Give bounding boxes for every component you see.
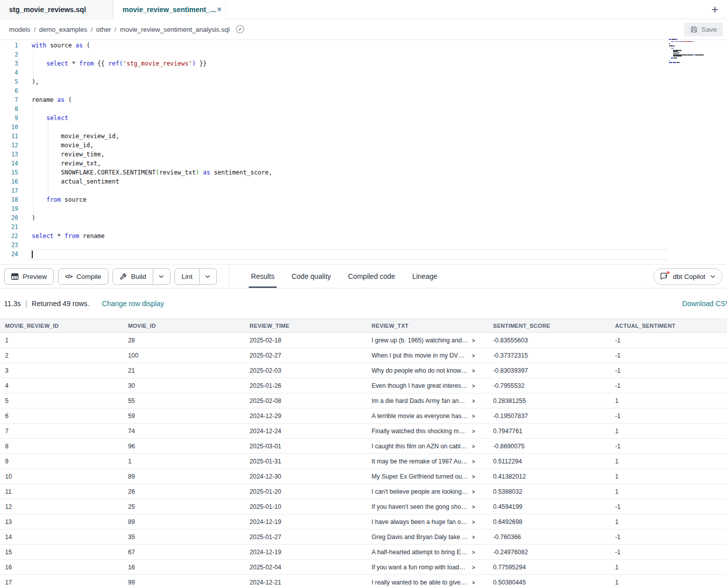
expand-row-icon[interactable]: >	[472, 489, 475, 495]
build-dropdown-button[interactable]	[153, 268, 170, 285]
tab-compiled-code[interactable]: Compiled code	[339, 265, 403, 288]
code-line[interactable]: 24	[0, 250, 727, 259]
lint-dropdown-button[interactable]	[200, 268, 217, 285]
expand-row-icon[interactable]: >	[472, 368, 475, 374]
save-button[interactable]: Save	[684, 23, 723, 36]
code-line[interactable]: 8	[0, 104, 727, 113]
indent-guide	[33, 123, 34, 132]
breadcrumb-part: demo_examples	[39, 26, 87, 33]
expand-row-icon[interactable]: >	[472, 352, 475, 359]
code-line[interactable]: 14 review_txt,	[0, 159, 727, 168]
table-cell: 30	[123, 382, 245, 389]
column-header: MOVIE_REVIEW_ID	[0, 323, 123, 329]
review-text: A half-hearted attempt to bring Elvis P.…	[372, 549, 468, 556]
code-line[interactable]: 11 movie_review_id,	[0, 132, 727, 141]
table-cell: 1	[610, 488, 727, 495]
code-line[interactable]: 13 review_time,	[0, 150, 727, 159]
expand-row-icon[interactable]: >	[472, 564, 475, 570]
expand-row-icon[interactable]: >	[472, 443, 475, 449]
code-line[interactable]: 10	[0, 123, 727, 132]
code-line[interactable]: 1with source as (	[0, 41, 727, 50]
compass-icon[interactable]	[235, 24, 245, 34]
table-cell: -0.7955532	[488, 382, 610, 389]
expand-row-icon[interactable]: >	[472, 579, 475, 585]
cell-review-txt: Finally watched this shocking movie la..…	[367, 428, 488, 435]
tab-stg-movie-reviews[interactable]: stg_movie_reviews.sql	[0, 0, 113, 19]
table-cell: -0.37372315	[488, 352, 610, 359]
download-csv-link[interactable]: Download CSV	[682, 300, 727, 308]
table-cell: 2025-02-04	[245, 564, 367, 571]
dbt-copilot-button[interactable]: dbt Copilot	[653, 268, 722, 285]
code-line[interactable]: 9 select	[0, 113, 727, 123]
line-number: 21	[0, 222, 18, 231]
table-cell: 5	[0, 397, 123, 404]
expand-row-icon[interactable]: >	[472, 519, 475, 525]
table-cell: 100	[123, 352, 245, 359]
results-tab-strip: Results Code quality Compiled code Linea…	[243, 265, 446, 288]
review-text: I can't believe people are looking for a…	[372, 488, 468, 495]
code-line[interactable]: 7rename as (	[0, 95, 727, 104]
expand-row-icon[interactable]: >	[472, 428, 475, 434]
code-line[interactable]: 17	[0, 186, 727, 195]
table-cell: 2025-02-18	[245, 337, 367, 344]
code-line[interactable]: 16 actual_sentiment	[0, 177, 727, 186]
expand-row-icon[interactable]: >	[472, 504, 475, 510]
code-line[interactable]: 15 SNOWFLAKE.CORTEX.SENTIMENT(review_txt…	[0, 168, 727, 177]
table-row: 14352025-01-27Greg Davis and Bryan Daly …	[0, 530, 727, 545]
line-number: 5	[0, 77, 18, 86]
close-tab-icon[interactable]: ×	[216, 5, 222, 15]
code-line[interactable]: 22select * from rename	[0, 231, 727, 241]
line-number: 24	[0, 250, 18, 259]
new-tab-button[interactable]: +	[703, 0, 727, 19]
expand-row-icon[interactable]: >	[472, 534, 475, 540]
code-line[interactable]: 2	[0, 50, 727, 59]
code-line[interactable]: 4	[0, 68, 727, 77]
line-number: 18	[0, 195, 18, 204]
table-cell: 1	[610, 458, 727, 465]
tab-lineage[interactable]: Lineage	[404, 265, 446, 288]
expand-row-icon[interactable]: >	[472, 474, 475, 480]
table-body: 1282025-02-18I grew up (b. 1965) watchin…	[0, 333, 727, 588]
cell-review-txt: My Super Ex Girlfriend turned out to b..…	[367, 473, 488, 480]
tab-results[interactable]: Results	[243, 265, 283, 288]
code-line[interactable]: 23	[0, 241, 727, 250]
expand-row-icon[interactable]: >	[472, 398, 475, 404]
table-cell: 16	[123, 564, 245, 571]
expand-row-icon[interactable]: >	[472, 413, 475, 419]
table-cell: 25	[123, 503, 245, 510]
expand-row-icon[interactable]: >	[472, 337, 475, 343]
lint-button[interactable]: Lint	[174, 268, 200, 285]
table-cell: 1	[610, 518, 727, 525]
code-line[interactable]: 5),	[0, 77, 727, 86]
preview-button[interactable]: Preview	[4, 268, 54, 285]
table-cell: 1	[0, 337, 123, 344]
table-row: 1282025-02-18I grew up (b. 1965) watchin…	[0, 333, 727, 348]
code-line[interactable]: 3 select * from {{ ref('stg_movie_review…	[0, 59, 727, 68]
line-number: 19	[0, 204, 18, 213]
code-line[interactable]: 6	[0, 86, 727, 95]
line-number: 10	[0, 123, 18, 132]
expand-row-icon[interactable]: >	[472, 549, 475, 555]
code-line[interactable]: 12 movie_id,	[0, 141, 727, 150]
code-line[interactable]: 21	[0, 222, 727, 231]
indent-guide	[33, 50, 34, 59]
tab-movie-review-sentiment[interactable]: movie_review_sentiment_... ×	[113, 0, 226, 19]
compile-button[interactable]: </> Compile	[58, 268, 108, 285]
change-row-display-link[interactable]: Change row display	[102, 300, 164, 308]
code-line[interactable]: 19	[0, 204, 727, 213]
code-line[interactable]: 18 from source	[0, 195, 727, 204]
line-number: 13	[0, 150, 18, 159]
tab-code-quality[interactable]: Code quality	[283, 265, 339, 288]
build-button[interactable]: Build	[112, 268, 153, 285]
expand-row-icon[interactable]: >	[472, 383, 475, 389]
table-cell: 2024-12-19	[245, 549, 367, 556]
table-cell: 2025-01-27	[245, 534, 367, 541]
code-line[interactable]: 20)	[0, 213, 727, 222]
expand-row-icon[interactable]: >	[472, 458, 475, 464]
table-cell: 0.5112294	[488, 458, 610, 465]
code-editor[interactable]: 1with source as (23 select * from {{ ref…	[0, 40, 727, 265]
editor-minimap[interactable]	[669, 38, 708, 66]
table-cell: 0.50380445	[488, 579, 610, 586]
column-header: REVIEW_TXT	[367, 323, 488, 329]
results-meta-bar: 11.3s | Returned 49 rows. Change row dis…	[0, 288, 727, 319]
